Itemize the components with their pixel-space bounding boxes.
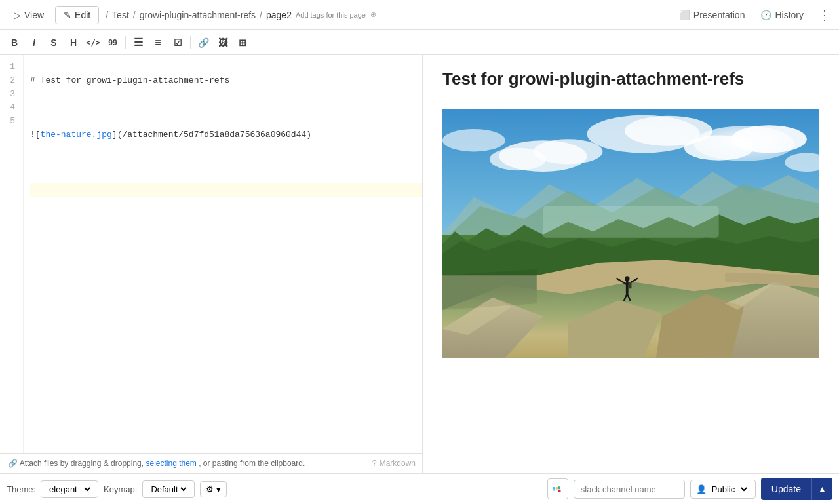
checklist-button[interactable]: ☑ xyxy=(168,33,187,52)
toolbar-sep-1 xyxy=(125,36,126,49)
italic-button[interactable]: I xyxy=(25,33,43,52)
nature-image-svg xyxy=(442,104,819,363)
line-num-5: 5 xyxy=(0,115,19,128)
attach-icon: 🔗 xyxy=(8,459,18,468)
top-bar: ▷ View ✎ Edit / Test / growi-plugin-atta… xyxy=(0,0,839,30)
line-num-2: 2 xyxy=(0,74,19,88)
preview-image xyxy=(442,104,819,365)
svg-rect-38 xyxy=(556,487,558,490)
attach-bar: 🔗 Attach files by dragging & dropping, s… xyxy=(0,453,422,473)
editor-toolbar: B I S H </> 99 ☰ ≡ ☑ 🔗 🖼 ⊞ xyxy=(0,30,839,55)
history-label: History xyxy=(775,10,804,20)
update-arrow-icon[interactable]: ▲ xyxy=(811,478,832,500)
line-num-4: 4 xyxy=(0,101,19,115)
add-tags-text: Add tags for this page xyxy=(296,11,366,19)
bold-button[interactable]: B xyxy=(5,33,24,52)
play-icon: ▷ xyxy=(14,10,21,20)
svg-point-30 xyxy=(625,276,630,281)
presentation-button[interactable]: ⬜ Presentation xyxy=(675,7,749,23)
toolbar-sep-2 xyxy=(190,36,191,49)
editor-area[interactable]: 1 2 3 4 5 # Test for growi-plugin-attach… xyxy=(0,55,422,453)
preview-pane: Test for growi-plugin-attachment-refs xyxy=(423,55,839,473)
theme-label: Theme: xyxy=(7,484,35,494)
settings-arrow: ▾ xyxy=(216,484,221,494)
presentation-icon: ⬜ xyxy=(679,10,690,20)
numbered-list-button[interactable]: ≡ xyxy=(149,33,167,52)
svg-rect-39 xyxy=(558,490,561,492)
gear-icon: ⚙ xyxy=(206,484,214,494)
code-line-5 xyxy=(30,183,422,197)
slack-icon-button[interactable] xyxy=(547,478,568,499)
keymap-label: Keymap: xyxy=(104,484,137,494)
svg-rect-31 xyxy=(629,282,632,289)
attach-text-before: Attach files by dragging & dropping, xyxy=(20,459,144,468)
quote-button[interactable]: 99 xyxy=(104,33,122,52)
heading-button[interactable]: H xyxy=(64,33,83,52)
theme-select[interactable]: elegant dark light monokai xyxy=(47,484,92,495)
markdown-label: Markdown xyxy=(380,459,416,468)
code-editor: 1 2 3 4 5 # Test for growi-plugin-attach… xyxy=(0,55,422,453)
top-right-actions: ⬜ Presentation 🕐 History ⋮ xyxy=(675,7,834,23)
line-num-3: 3 xyxy=(0,88,19,102)
svg-point-8 xyxy=(625,116,712,146)
strikethrough-button[interactable]: S xyxy=(45,33,63,52)
code-link: the-nature.jpg xyxy=(41,130,112,140)
update-label: Update xyxy=(761,478,811,500)
keymap-select-wrapper[interactable]: Default Vim Emacs xyxy=(142,480,195,498)
view-label: View xyxy=(24,10,44,20)
edit-button[interactable]: ✎ Edit xyxy=(55,6,99,24)
code-line-1: # Test for growi-plugin-attachment-refs xyxy=(30,74,422,88)
view-button[interactable]: ▷ View xyxy=(5,6,52,24)
svg-point-6 xyxy=(490,147,546,170)
line-numbers: 1 2 3 4 5 xyxy=(0,55,24,453)
attach-text-after: , or pasting from the clipboard. xyxy=(199,459,305,468)
breadcrumb-current: page2 xyxy=(266,10,292,20)
link-button[interactable]: 🔗 xyxy=(194,33,212,52)
markdown-icon: ? xyxy=(372,458,376,468)
breadcrumb-sep1: / xyxy=(106,10,108,20)
history-button[interactable]: 🕐 History xyxy=(756,7,808,23)
breadcrumb: / Test / growi-plugin-attachment-refs / … xyxy=(104,10,673,20)
code-content[interactable]: # Test for growi-plugin-attachment-refs … xyxy=(24,55,422,453)
svg-marker-32 xyxy=(442,269,537,309)
plus-icon: ⊕ xyxy=(370,10,376,19)
breadcrumb-plugin[interactable]: growi-plugin-attachment-refs xyxy=(140,10,256,20)
markdown-hint: ? Markdown xyxy=(372,458,416,468)
svg-rect-34 xyxy=(543,206,718,238)
attach-select-link[interactable]: selecting them xyxy=(146,459,196,468)
edit-icon: ✎ xyxy=(64,10,71,20)
image-button[interactable]: 🖼 xyxy=(214,33,232,52)
slack-svg xyxy=(552,483,564,495)
svg-point-9 xyxy=(442,129,505,151)
visibility-select[interactable]: Public Private xyxy=(709,484,749,495)
edit-label: Edit xyxy=(75,10,90,20)
line-num-1: 1 xyxy=(0,60,19,74)
slack-channel-input[interactable] xyxy=(574,480,685,499)
update-button[interactable]: Update ▲ xyxy=(761,478,832,500)
editor-pane: 1 2 3 4 5 # Test for growi-plugin-attach… xyxy=(0,55,423,473)
theme-select-wrapper[interactable]: elegant dark light monokai xyxy=(41,480,98,498)
breadcrumb-test[interactable]: Test xyxy=(112,10,129,20)
code-button[interactable]: </> xyxy=(84,33,102,52)
code-line-4 xyxy=(30,156,422,170)
user-icon: 👤 xyxy=(696,484,707,494)
preview-title: Test for growi-plugin-attachment-refs xyxy=(442,68,819,90)
code-line-2 xyxy=(30,101,422,115)
main-content: 1 2 3 4 5 # Test for growi-plugin-attach… xyxy=(0,55,839,473)
settings-button[interactable]: ⚙ ▾ xyxy=(200,481,227,497)
bullet-list-button[interactable]: ☰ xyxy=(129,33,147,52)
code-line-3: ![the-nature.jpg](/attachment/5d7fd51a8d… xyxy=(30,128,422,142)
more-menu-button[interactable]: ⋮ xyxy=(815,9,834,22)
table-button[interactable]: ⊞ xyxy=(233,33,252,52)
presentation-label: Presentation xyxy=(693,10,745,20)
breadcrumb-sep3: / xyxy=(260,10,262,20)
bottom-right-actions: 👤 Public Private Update ▲ xyxy=(547,478,832,500)
svg-rect-35 xyxy=(553,487,555,490)
visibility-select-wrapper[interactable]: 👤 Public Private xyxy=(690,480,756,499)
svg-rect-36 xyxy=(553,490,555,491)
add-tags[interactable]: Add tags for this page ⊕ xyxy=(294,10,378,19)
bottom-bar: Theme: elegant dark light monokai Keymap… xyxy=(0,473,839,504)
keymap-select[interactable]: Default Vim Emacs xyxy=(148,484,189,495)
svg-rect-25 xyxy=(626,280,629,294)
breadcrumb-sep2: / xyxy=(133,10,136,20)
